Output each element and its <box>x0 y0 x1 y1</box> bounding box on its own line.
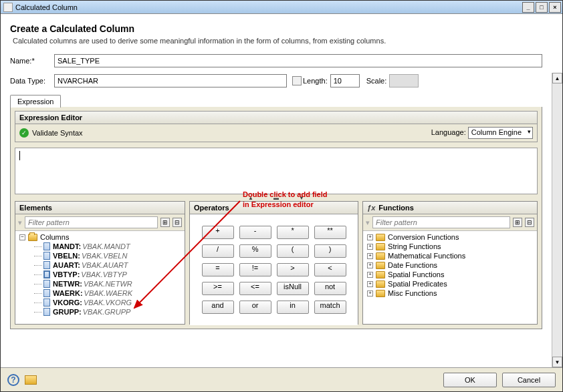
function-folder-conversion-functions[interactable]: +Conversion Functions <box>363 232 537 242</box>
function-folder-misc-functions[interactable]: +Misc Functions <box>363 288 537 298</box>
function-folder-label: Conversion Functions <box>388 233 459 241</box>
validate-syntax-link[interactable]: Validate Syntax <box>32 129 83 137</box>
expander-plus-icon[interactable]: + <box>367 272 373 278</box>
function-folder-spatial-predicates[interactable]: +Spatial Predicates <box>363 279 537 288</box>
function-folder-label: Misc Functions <box>388 289 437 297</box>
scroll-up-icon[interactable]: ▲ <box>552 73 562 83</box>
language-select[interactable]: Column Engine <box>468 127 533 139</box>
footer-folder-icon[interactable] <box>25 375 37 385</box>
folder-icon <box>376 243 385 250</box>
column-name: MANDT: <box>53 242 81 250</box>
titlebar: Calculated Column _ □ × <box>1 1 562 14</box>
expander-plus-icon[interactable]: + <box>367 234 373 240</box>
folder-icon <box>376 234 385 241</box>
column-item-grupp[interactable]: GRUPP:VBAK.GRUPP <box>15 307 185 317</box>
column-item-vbtyp[interactable]: VBTYP:VBAK.VBTYP <box>15 270 185 279</box>
page-title: Create a Calculated Column <box>10 23 553 34</box>
expander-plus-icon[interactable]: + <box>367 253 373 259</box>
resize-handle-bar-icon[interactable]: ▬ <box>270 196 282 200</box>
operator-[interactable]: < <box>314 263 346 276</box>
column-icon <box>43 242 50 250</box>
operator-in[interactable]: in <box>277 301 309 314</box>
folder-icon <box>376 252 385 260</box>
column-icon <box>43 261 50 269</box>
column-item-mandt[interactable]: MANDT:VBAK.MANDT <box>15 242 185 251</box>
name-label: Name:* <box>10 57 54 65</box>
function-folder-mathematical-functions[interactable]: +Mathematical Functions <box>363 251 537 260</box>
operator-and[interactable]: and <box>202 301 234 314</box>
operators-grid: +-***/%()=!=><>=<=isNullnotandorinmatch <box>190 214 358 325</box>
operator-[interactable]: ) <box>314 244 346 258</box>
operator-[interactable]: ( <box>277 244 309 258</box>
function-folder-label: Spatial Functions <box>388 270 444 278</box>
column-item-waerk[interactable]: WAERK:VBAK.WAERK <box>15 288 185 298</box>
length-label: Length: <box>303 77 328 85</box>
help-icon[interactable]: ? <box>7 374 19 386</box>
functions-filter-input[interactable] <box>372 216 510 228</box>
datatype-select[interactable] <box>54 74 287 87</box>
resize-handle-up-icon[interactable]: ▲ <box>245 196 257 200</box>
maximize-button[interactable]: □ <box>536 2 548 13</box>
expander-plus-icon[interactable]: + <box>367 244 373 250</box>
operator-match[interactable]: match <box>314 301 346 314</box>
fn-expand-all-button[interactable]: ⊞ <box>513 218 522 227</box>
close-button[interactable]: × <box>549 2 561 13</box>
scale-field <box>389 74 419 87</box>
fn-collapse-all-button[interactable]: ⊟ <box>525 218 534 227</box>
folder-icon <box>376 290 385 297</box>
elements-tree[interactable]: − Columns MANDT:VBAK.MANDTVBELN:VBAK.VBE… <box>15 231 185 324</box>
name-field[interactable] <box>54 54 542 67</box>
functions-tree[interactable]: +Conversion Functions+String Functions+M… <box>363 231 537 324</box>
column-alias: VBAK.WAERK <box>84 289 133 297</box>
column-icon <box>43 308 50 316</box>
operator-[interactable]: > <box>277 263 309 276</box>
column-item-netwr[interactable]: NETWR:VBAK.NETWR <box>15 279 185 288</box>
fx-icon: ƒx <box>367 204 375 212</box>
tab-expression[interactable]: Expression <box>10 95 61 108</box>
operator-[interactable]: <= <box>239 282 271 295</box>
operator-[interactable]: / <box>202 244 234 258</box>
function-folder-spatial-functions[interactable]: +Spatial Functions <box>363 270 537 279</box>
expander-plus-icon[interactable]: + <box>367 281 373 287</box>
operator-[interactable]: != <box>239 263 271 276</box>
minimize-button[interactable]: _ <box>522 2 534 13</box>
scrollbar-vertical[interactable]: ▲ ▼ <box>552 73 562 367</box>
expression-textarea[interactable] <box>15 148 538 194</box>
cancel-button[interactable]: Cancel <box>502 373 556 387</box>
expand-all-button[interactable]: ⊞ <box>160 218 170 227</box>
function-folder-date-functions[interactable]: +Date Functions <box>363 260 537 270</box>
operators-pane: Operators +-***/%()=!=><>=<=isNullnotand… <box>189 201 358 325</box>
operator-[interactable]: ** <box>314 226 346 239</box>
expander-plus-icon[interactable]: + <box>367 262 373 268</box>
function-folder-string-functions[interactable]: +String Functions <box>363 242 537 251</box>
column-item-vbeln[interactable]: VBELN:VBAK.VBELN <box>15 251 185 260</box>
operator-not[interactable]: not <box>314 282 346 295</box>
column-name: VBTYP: <box>53 270 80 278</box>
ok-button[interactable]: OK <box>443 373 497 387</box>
column-alias: VBAK.AUART <box>82 261 128 269</box>
scroll-down-icon[interactable]: ▼ <box>552 357 562 367</box>
resize-handle-down-icon[interactable]: ▼ <box>296 196 308 200</box>
column-icon <box>43 270 50 278</box>
column-item-vkorg[interactable]: VKORG:VBAK.VKORG <box>15 298 185 307</box>
operator-[interactable]: - <box>239 226 271 239</box>
page-description: Calculated columns are used to derive so… <box>13 37 553 45</box>
operator-[interactable]: >= <box>202 282 234 295</box>
expander-plus-icon[interactable]: + <box>367 290 373 297</box>
operator-[interactable]: + <box>202 226 234 239</box>
column-item-auart[interactable]: AUART:VBAK.AUART <box>15 260 185 270</box>
operator-[interactable]: % <box>239 244 271 258</box>
operator-[interactable]: = <box>202 263 234 276</box>
operator-[interactable]: * <box>277 226 309 239</box>
operator-isNull[interactable]: isNull <box>277 282 309 295</box>
column-icon <box>43 299 50 307</box>
column-alias: VBAK.GRUPP <box>83 308 131 316</box>
elements-filter-input[interactable] <box>25 216 158 228</box>
expander-minus-icon[interactable]: − <box>19 234 25 240</box>
operators-title: Operators <box>194 204 229 212</box>
collapse-all-button[interactable]: ⊟ <box>173 218 182 227</box>
length-field[interactable] <box>330 74 360 87</box>
operator-or[interactable]: or <box>239 301 271 314</box>
columns-folder[interactable]: Columns <box>40 233 69 241</box>
function-folder-label: Spatial Predicates <box>388 280 447 288</box>
